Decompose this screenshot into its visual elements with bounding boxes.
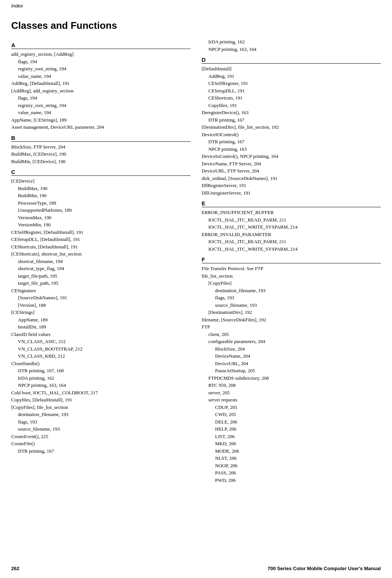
list-item: AppName, [CEStrings], 189 — [11, 116, 191, 124]
list-item: CESetupDLL, [DefaultInstall], 191 — [11, 236, 191, 243]
list-item: value_name, 194 — [11, 109, 191, 116]
list-item: BuildMin, [CEDevice], 190 — [11, 158, 191, 165]
list-item: DeviceURL, FTP Server, 204 — [202, 167, 381, 175]
list-item: FTP — [202, 323, 381, 331]
section-letter: B — [11, 135, 191, 142]
list-item: [SourceDiskNames], 191 — [11, 294, 191, 302]
list-item: CESelfRegister, [DefaultInstall], 191 — [11, 229, 191, 236]
list-item: server requests — [202, 396, 381, 404]
list-item: NPCP printing, 163, 164 — [11, 382, 191, 389]
list-item: NOOP, 206 — [202, 462, 381, 470]
list-item: value_name, 194 — [11, 73, 191, 80]
page-footer: 262 700 Series Color Mobile Computer Use… — [11, 566, 381, 571]
list-item: NPCP printing, 163 — [202, 146, 381, 153]
left-column: Aadd_registry_section, [AddReg]flags, 19… — [11, 38, 191, 484]
list-item: Copyfiles, [DefaultInstall], 191 — [11, 396, 191, 404]
list-item: File Transfer Protocol. See FTP — [202, 265, 381, 272]
list-item: client, 205 — [202, 331, 381, 338]
list-item: ProcessorType, 189 — [11, 199, 191, 207]
list-item: PASS, 206 — [202, 469, 381, 477]
list-item: ERROR_INSUFFICIENT_BUFFER — [202, 209, 381, 216]
list-item: DeviceURL, 204 — [202, 360, 381, 367]
list-item: ClassID field values — [11, 331, 191, 338]
list-item: IrDA printing, 162 — [11, 374, 191, 382]
list-item: VN_CLASS_ASIC, 212 — [11, 338, 191, 345]
list-item: VN_CLASS_BOOTSTRAP, 212 — [11, 345, 191, 353]
list-item: [AddReg], add_registry_section — [11, 87, 191, 95]
list-item: CEShortcuts, [DefaultInstall], 191 — [11, 243, 191, 251]
list-item: NLST, 206 — [202, 455, 381, 462]
list-item: VersionMax, 190 — [11, 214, 191, 221]
list-item: [DestinationDirs], file_list_section, 19… — [202, 123, 381, 131]
list-item: CEShortcuts, 191 — [202, 94, 381, 102]
list-item: DeviceName, FTP Server, 204 — [202, 160, 381, 168]
list-item: CESelfRegister, 191 — [202, 80, 381, 87]
list-item: Copyfiles, 191 — [202, 102, 381, 109]
list-item: configurable parameters, 204 — [202, 338, 381, 345]
list-item: VersionMin, 190 — [11, 221, 191, 229]
section-letter: C — [11, 169, 191, 176]
list-item: [CEStrings] — [11, 309, 191, 316]
list-item: PauseAtStartup, 205 — [202, 367, 381, 374]
list-item: IrDA printing, 162 — [202, 38, 381, 46]
list-item: shortcut_filename, 194 — [11, 258, 191, 265]
list-item: PWD, 206 — [202, 477, 381, 484]
list-item: FTPDCMDS subdirectory, 208 — [202, 374, 381, 382]
list-item: [CopyFiles], file_list_section — [11, 404, 191, 411]
page-header: Index — [0, 0, 392, 9]
list-item: DTR printing, 167 — [11, 447, 191, 455]
list-item: [CEShortcuts], shortcut_list_section — [11, 250, 191, 258]
list-item: flags, 194 — [11, 58, 191, 65]
page-title: Classes and Functions — [11, 20, 381, 31]
list-item: server, 205 — [202, 389, 381, 397]
list-item: add_registry_section, [AddReg] — [11, 51, 191, 58]
list-item: DeviceIOControl() — [202, 131, 381, 138]
list-item: MKD, 206 — [202, 440, 381, 447]
page-number: 262 — [11, 566, 19, 571]
section-letter: D — [202, 56, 381, 64]
list-item: DllRegisterServer, 191 — [202, 182, 381, 189]
list-item: ERROR_INVALID_PARAMETER — [202, 231, 381, 238]
list-item: Asset management, DeviceURL parameter, 2… — [11, 123, 191, 131]
list-item: [CEDevice] — [11, 177, 191, 185]
list-item: IOCTL_HAL_ITC_READ_PARM, 211 — [202, 216, 381, 224]
list-item: IOCTL_HAL_ITC_READ_PARM, 211 — [202, 238, 381, 245]
list-item: DeviceName, 204 — [202, 352, 381, 360]
list-item: HELP, 206 — [202, 425, 381, 433]
list-item: MODE, 206 — [202, 447, 381, 455]
list-item: DTR printing, 167 — [202, 138, 381, 146]
columns: Aadd_registry_section, [AddReg]flags, 19… — [11, 38, 381, 484]
list-item: DTR printing, 167, 168 — [11, 367, 191, 374]
list-item: destination_filename, 193 — [202, 287, 381, 294]
list-item: CDUP, 205 — [202, 404, 381, 411]
list-item: registry_root_string, 194 — [11, 102, 191, 109]
list-item: file_list_section — [202, 272, 381, 280]
list-item: AddReg, 191 — [202, 73, 381, 80]
list-item: flags, 193 — [11, 418, 191, 426]
list-item: flags, 193 — [202, 294, 381, 302]
list-item: [DefaultInstall] — [202, 65, 381, 73]
list-item: target_file/path, 195 — [11, 272, 191, 280]
list-item: CreateEvent(), 225 — [11, 433, 191, 440]
list-item: DELE, 206 — [202, 418, 381, 426]
list-item: CWD, 205 — [202, 411, 381, 418]
list-item: RTC 959, 208 — [202, 382, 381, 389]
section-letter: F — [202, 256, 381, 263]
list-item: NPCP printing, 163, 164 — [202, 46, 381, 53]
list-item: disk_ordinal, [SourceDiskNames], 191 — [202, 175, 381, 182]
list-item: CloseHandle() — [11, 360, 191, 367]
list-item: UnsupportedPlatforms, 189 — [11, 207, 191, 214]
list-item: Cold boot, IOCTL_HAL_COLDBOOT, 217 — [11, 389, 191, 397]
section-letter: A — [11, 42, 191, 49]
list-item: InstallDir, 189 — [11, 323, 191, 331]
list-item: flags, 194 — [11, 94, 191, 102]
list-item: registry_root_string, 194 — [11, 65, 191, 73]
page-container: Classes and Functions Aadd_registry_sect… — [0, 9, 392, 499]
list-item: AddReg, [DefaultInstall], 191 — [11, 80, 191, 87]
list-item: IOCTL_HAL_ITC_WRITE_SYSPARM, 214 — [202, 223, 381, 231]
list-item: BlockSize, FTP Server, 204 — [11, 143, 191, 151]
list-item: filename, [SourceDiskFiles], 192 — [202, 316, 381, 324]
list-item: CESetupDLL, 191 — [202, 87, 381, 95]
list-item: [CopyFiles] — [202, 279, 381, 287]
list-item: source_filename, 193 — [11, 425, 191, 433]
